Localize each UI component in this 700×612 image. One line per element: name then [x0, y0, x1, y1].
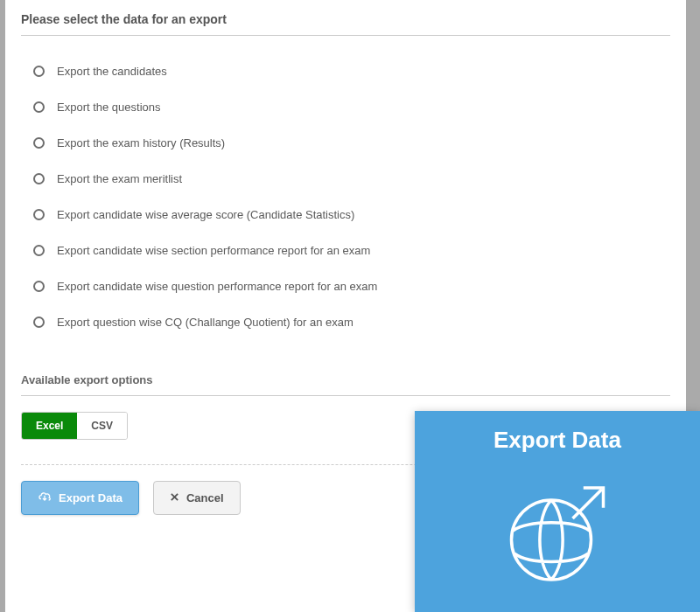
radio-icon [33, 137, 45, 149]
radio-icon [33, 316, 45, 328]
option-question-performance[interactable]: Export candidate wise question performan… [33, 268, 670, 304]
option-label: Export the exam meritlist [57, 172, 182, 185]
cancel-button[interactable]: Cancel [153, 481, 241, 515]
panel-title: Please select the data for an export [21, 7, 670, 36]
option-label: Export question wise CQ (Challange Quoti… [57, 316, 354, 329]
export-data-button[interactable]: Export Data [21, 481, 139, 515]
format-csv-button[interactable]: CSV [77, 413, 127, 439]
radio-icon [33, 66, 45, 77]
radio-icon [33, 281, 45, 292]
format-toggle: Excel CSV [21, 412, 128, 440]
option-label: Export candidate wise section performanc… [57, 244, 370, 257]
cloud-download-icon [38, 490, 52, 505]
option-exam-history[interactable]: Export the exam history (Results) [33, 125, 670, 161]
radio-icon [33, 173, 45, 184]
export-button-label: Export Data [59, 491, 122, 504]
close-icon [170, 491, 179, 504]
globe-arrow-icon [496, 469, 619, 595]
radio-icon [33, 101, 45, 113]
option-label: Export the questions [57, 101, 161, 114]
export-options-group: Export the candidates Export the questio… [21, 36, 670, 349]
radio-icon [33, 245, 45, 256]
option-exam-meritlist[interactable]: Export the exam meritlist [33, 161, 670, 197]
option-section-performance[interactable]: Export candidate wise section performanc… [33, 233, 670, 268]
formats-title: Available export options [21, 358, 670, 396]
option-avg-score[interactable]: Export candidate wise average score (Can… [33, 197, 670, 233]
overlay-title: Export Data [494, 427, 621, 454]
cancel-button-label: Cancel [186, 491, 224, 504]
option-label: Export the candidates [57, 65, 167, 78]
format-excel-button[interactable]: Excel [22, 413, 77, 439]
export-data-overlay: Export Data [415, 411, 700, 612]
option-label: Export the exam history (Results) [57, 136, 225, 150]
radio-icon [33, 209, 45, 220]
option-label: Export candidate wise question performan… [57, 280, 377, 293]
option-label: Export candidate wise average score (Can… [57, 208, 354, 221]
option-questions[interactable]: Export the questions [33, 89, 670, 125]
option-cq[interactable]: Export question wise CQ (Challange Quoti… [33, 304, 670, 340]
option-candidates[interactable]: Export the candidates [33, 53, 670, 89]
